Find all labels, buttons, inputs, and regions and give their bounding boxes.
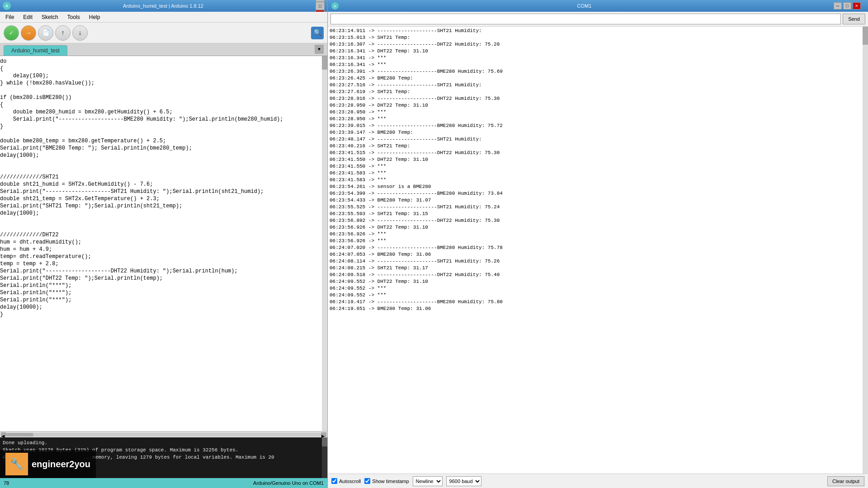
code-line: Serial.print("SHT21 Temp: ");Serial.prin… xyxy=(0,202,327,210)
serial-line: 06:24:08.114 -> --------------------SHT2… xyxy=(330,258,866,265)
autoscroll-label[interactable]: Autoscroll xyxy=(331,478,361,484)
upload-button[interactable]: → xyxy=(21,25,36,41)
code-line: } xyxy=(0,123,327,130)
arduino-ide-pane: A Arduino_humid_test | Arduino 1.8.12 ─ … xyxy=(0,0,328,488)
serial-minimize-button[interactable]: ─ xyxy=(834,2,842,9)
serial-line: 06:23:54.261 -> sensor is a BME280 xyxy=(330,183,866,190)
code-text xyxy=(0,166,327,174)
code-text: delay(1000); xyxy=(0,210,327,217)
serial-maximize-button[interactable]: □ xyxy=(843,2,851,9)
code-line: temp= dht.readTemperature(); xyxy=(0,253,327,260)
serial-line: 06:24:07.053 -> BME280 Temp: 31.06 xyxy=(330,251,866,258)
serial-output[interactable]: 06:23:14.911 -> --------------------SHT2… xyxy=(328,27,868,474)
serial-line: 06:23:26.425 -> BME280 Temp: xyxy=(330,75,866,82)
serial-line: 06:23:28.950 -> DHT22 Temp: 31.10 xyxy=(330,102,866,109)
code-text: Serial.print("--------------------BME280… xyxy=(0,116,327,123)
status-bar: 78 Arduino/Genuino Uno on COM1 xyxy=(0,478,327,488)
timestamp-checkbox[interactable] xyxy=(364,478,370,484)
code-line: { xyxy=(0,65,327,72)
h-scroll-left[interactable]: ◀ xyxy=(1,432,6,437)
code-scrollbar[interactable] xyxy=(322,56,327,431)
watermark: 🔧 engineer2you xyxy=(0,450,96,478)
serial-line: 06:24:09.518 -> --------------------DHT2… xyxy=(330,272,866,278)
menu-tools[interactable]: Tools xyxy=(66,13,82,21)
autoscroll-checkbox[interactable] xyxy=(331,478,337,484)
code-text xyxy=(0,159,327,166)
watermark-text: engineer2you xyxy=(32,459,90,469)
serial-scrollbar[interactable] xyxy=(863,27,868,474)
baud-select[interactable]: 9600 baud xyxy=(446,476,481,486)
menu-sketch[interactable]: Sketch xyxy=(40,13,60,21)
tab-dropdown-button[interactable]: ▼ xyxy=(315,45,324,54)
arduino-window-title: Arduino_humid_test | Arduino 1.8.12 xyxy=(123,3,203,9)
code-text: delay(1000); xyxy=(0,152,327,159)
save-button[interactable]: ↓ xyxy=(72,25,88,41)
menu-help[interactable]: Help xyxy=(87,13,102,21)
code-text: Serial.println("***"); xyxy=(0,289,327,296)
menu-file[interactable]: File xyxy=(4,13,16,21)
console-scrollbar[interactable] xyxy=(322,437,327,478)
serial-title-bar: A COM1 ─ □ ✕ xyxy=(328,0,868,12)
serial-line: 06:24:19.417 -> --------------------BME2… xyxy=(330,299,866,305)
code-text: Serial.print("DHT22 Temp: ");Serial.prin… xyxy=(0,275,327,282)
code-line: delay(1000); xyxy=(0,210,327,217)
code-line: Serial.print("BME280 Temp: "); Serial.pr… xyxy=(0,145,327,152)
code-text xyxy=(0,217,327,224)
serial-line: 06:23:27.516 -> --------------------SHT2… xyxy=(330,82,866,89)
code-text: temp= dht.readTemperature(); xyxy=(0,253,327,260)
code-line: double bme280_humid = bmx280.getHumidity… xyxy=(0,108,327,116)
code-text: Serial.print("--------------------DHT22 … xyxy=(0,267,327,275)
serial-input[interactable] xyxy=(330,14,841,24)
menu-edit[interactable]: Edit xyxy=(21,13,34,21)
code-editor[interactable]: do{ delay(100);} while (!bmx280.hasValue… xyxy=(0,56,327,431)
serial-close-button[interactable]: ✕ xyxy=(853,2,861,9)
serial-title-left: A xyxy=(331,2,339,9)
maximize-button[interactable]: □ xyxy=(316,2,325,10)
serial-line: 06:23:16.341 -> DHT22 Temp: 31.10 xyxy=(330,48,866,55)
serial-line: 06:23:41.583 -> *** xyxy=(330,170,866,177)
verify-button[interactable]: ✓ xyxy=(4,25,19,41)
serial-line: 06:23:39.015 -> --------------------BME2… xyxy=(330,122,866,129)
code-text: delay(10000); xyxy=(0,304,327,311)
serial-line: 06:23:15.013 -> SHT21 Temp: xyxy=(330,34,866,41)
new-button[interactable]: 📄 xyxy=(38,25,53,41)
serial-line: 06:23:39.147 -> BME280 Temp: xyxy=(330,129,866,136)
serial-window-controls: ─ □ ✕ xyxy=(830,0,864,12)
code-line: Serial.println("***"); xyxy=(0,282,327,289)
code-text: Serial.print("SHT21 Temp: ");Serial.prin… xyxy=(0,202,327,210)
code-text: double sht21_humid = SHT2x.GetHumidity()… xyxy=(0,181,327,188)
serial-line: 06:23:16.341 -> *** xyxy=(330,61,866,68)
code-line: Serial.print("--------------------SHT21 … xyxy=(0,188,327,195)
h-scroll-track[interactable] xyxy=(6,433,321,436)
open-button[interactable]: ↑ xyxy=(55,25,71,41)
code-text: } while (!bmx280.hasValue()); xyxy=(0,80,327,87)
send-button[interactable]: Send xyxy=(843,14,865,24)
code-line: /////////////SHT21 xyxy=(0,174,327,181)
serial-line: 06:23:41.550 -> *** xyxy=(330,163,866,170)
serial-line: 06:24:19.651 -> BME280 Temp: 31.06 xyxy=(330,305,866,312)
menu-bar: File Edit Sketch Tools Help xyxy=(0,12,327,23)
code-line: delay(100); xyxy=(0,72,327,80)
tab-bar: Arduino_humid_test ▼ xyxy=(0,43,327,56)
clear-output-button[interactable]: Clear output xyxy=(827,476,864,486)
h-scrollbar[interactable]: ◀ ▶ xyxy=(0,431,327,437)
console-line: Done uploading. xyxy=(3,439,325,446)
serial-line: 06:23:56.926 -> DHT22 Temp: 31.10 xyxy=(330,224,866,231)
code-line: Serial.print("--------------------BME280… xyxy=(0,116,327,123)
h-scroll-right[interactable]: ▶ xyxy=(321,432,326,437)
serial-line: 06:23:55.593 -> SHT21 Temp: 31.15 xyxy=(330,211,866,217)
serial-line: 06:23:26.391 -> --------------------BME2… xyxy=(330,68,866,75)
newline-select[interactable]: Newline xyxy=(413,476,443,486)
code-line: temp = temp + 2.8; xyxy=(0,260,327,267)
autoscroll-text: Autoscroll xyxy=(339,479,361,484)
serial-line: 06:23:55.525 -> --------------------SHT2… xyxy=(330,204,866,211)
timestamp-label[interactable]: Show timestamp xyxy=(364,478,409,484)
code-text: if (bmx280.isBME280()) xyxy=(0,94,327,101)
tab-arduino-humid-test[interactable]: Arduino_humid_test xyxy=(4,45,67,56)
serial-monitor-button[interactable]: 🔍 xyxy=(311,27,324,39)
code-line: } xyxy=(0,311,327,318)
code-line: delay(10000); xyxy=(0,304,327,311)
code-line: Serial.print("DHT22 Temp: ");Serial.prin… xyxy=(0,275,327,282)
serial-line: 06:23:40.216 -> SHT21 Temp: xyxy=(330,143,866,150)
serial-app-icon: A xyxy=(331,2,339,9)
